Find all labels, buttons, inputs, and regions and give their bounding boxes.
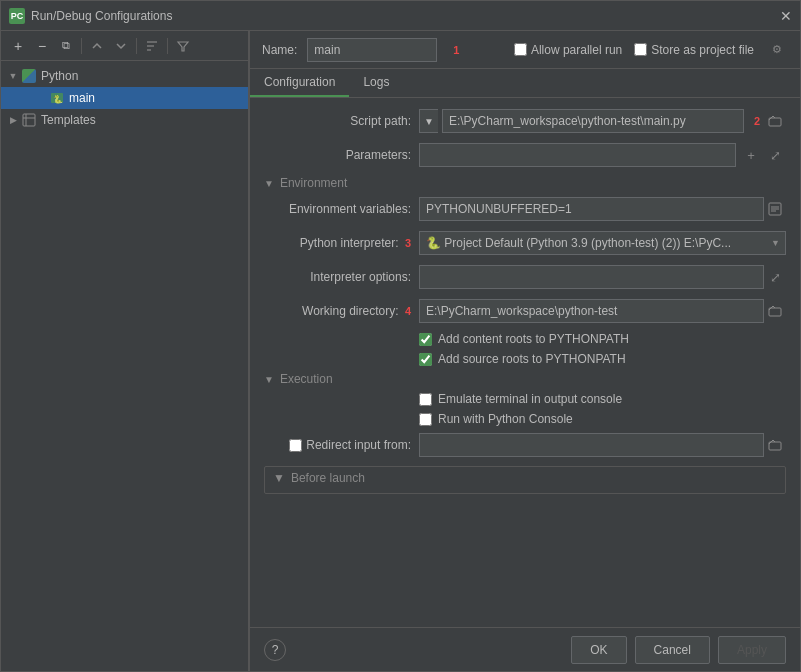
interpreter-label: Python interpreter: 3 — [264, 236, 419, 250]
env-vars-edit-button[interactable] — [764, 198, 786, 220]
move-down-button[interactable] — [110, 35, 132, 57]
python-group-arrow: ▼ — [5, 68, 21, 84]
store-as-project-checkbox[interactable] — [634, 43, 647, 56]
interpreter-options-input[interactable] — [419, 265, 764, 289]
parameters-expand-button[interactable]: ⤢ — [764, 144, 786, 166]
script-path-input[interactable] — [442, 109, 744, 133]
toolbar-separator-2 — [136, 38, 137, 54]
header-options: Allow parallel run Store as project file… — [514, 39, 788, 61]
env-vars-input[interactable] — [419, 197, 764, 221]
redirect-input-browse[interactable] — [764, 434, 786, 456]
script-badge: 2 — [754, 115, 760, 127]
titlebar: PC Run/Debug Configurations ✕ — [1, 1, 800, 31]
working-dir-browse[interactable] — [764, 300, 786, 322]
svg-text:🐍: 🐍 — [53, 94, 63, 104]
execution-arrow[interactable]: ▼ — [264, 374, 274, 385]
add-content-roots-checkbox[interactable] — [419, 333, 432, 346]
toolbar-separator — [81, 38, 82, 54]
window: PC Run/Debug Configurations ✕ + − ⧉ — [0, 0, 801, 672]
script-browse-button[interactable] — [764, 110, 786, 132]
main-item-label: main — [69, 91, 95, 105]
parameters-label: Parameters: — [264, 148, 419, 162]
emulate-terminal-checkbox[interactable] — [419, 393, 432, 406]
svg-rect-9 — [769, 118, 781, 126]
name-input[interactable] — [307, 38, 437, 62]
working-dir-label: Working directory: 4 — [264, 304, 419, 318]
parameters-input[interactable] — [419, 143, 736, 167]
sidebar: + − ⧉ — [1, 31, 249, 671]
add-config-button[interactable]: + — [7, 35, 29, 57]
parameters-row: Parameters: + ⤢ — [264, 142, 786, 168]
interpreter-options-expand[interactable]: ⤢ — [764, 266, 786, 288]
redirect-input-label: Redirect input from: — [264, 438, 419, 452]
before-launch-arrow[interactable]: ▼ — [273, 471, 285, 485]
cancel-button[interactable]: Cancel — [635, 636, 710, 664]
store-as-project-label[interactable]: Store as project file — [634, 43, 754, 57]
parameters-actions: + ⤢ — [740, 144, 786, 166]
ok-button[interactable]: OK — [571, 636, 626, 664]
parameters-add-button[interactable]: + — [740, 144, 762, 166]
titlebar-left: PC Run/Debug Configurations — [9, 8, 172, 24]
add-content-roots-row: Add content roots to PYTHONPATH — [419, 332, 786, 346]
name-label: Name: — [262, 43, 297, 57]
interpreter-options-row: Interpreter options: ⤢ — [264, 264, 786, 290]
tab-configuration[interactable]: Configuration — [250, 69, 349, 97]
allow-parallel-checkbox[interactable] — [514, 43, 527, 56]
sidebar-toolbar: + − ⧉ — [1, 31, 248, 61]
working-dir-badge: 4 — [405, 305, 411, 317]
templates-icon — [21, 112, 37, 128]
add-source-roots-row: Add source roots to PYTHONPATH — [419, 352, 786, 366]
toolbar-separator-3 — [167, 38, 168, 54]
templates-label: Templates — [41, 113, 96, 127]
footer-buttons: OK Cancel Apply — [571, 636, 786, 664]
tree-templates-group[interactable]: ▶ Templates — [1, 109, 248, 131]
remove-config-button[interactable]: − — [31, 35, 53, 57]
working-dir-row: Working directory: 4 — [264, 298, 786, 324]
emulate-terminal-label: Emulate terminal in output console — [438, 392, 622, 406]
env-vars-row: Environment variables: — [264, 196, 786, 222]
templates-arrow: ▶ — [5, 112, 21, 128]
run-with-console-checkbox[interactable] — [419, 413, 432, 426]
interpreter-badge: 3 — [405, 237, 411, 249]
redirect-input-input[interactable] — [419, 433, 764, 457]
window-title: Run/Debug Configurations — [31, 9, 172, 23]
copy-config-button[interactable]: ⧉ — [55, 35, 77, 57]
before-launch-section: ▼ Before launch — [264, 466, 786, 494]
add-source-roots-checkbox[interactable] — [419, 353, 432, 366]
allow-parallel-label[interactable]: Allow parallel run — [514, 43, 622, 57]
config-body: Script path: ▼ 2 Parameters: — [250, 98, 800, 627]
store-gear-button[interactable]: ⚙ — [766, 39, 788, 61]
apply-button[interactable]: Apply — [718, 636, 786, 664]
move-up-button[interactable] — [86, 35, 108, 57]
execution-section-header: ▼ Execution — [264, 372, 786, 386]
script-type-dropdown[interactable]: ▼ — [419, 109, 438, 133]
emulate-terminal-row: Emulate terminal in output console — [419, 392, 786, 406]
name-badge: 1 — [453, 44, 459, 56]
redirect-input-row: Redirect input from: — [264, 432, 786, 458]
help-button[interactable]: ? — [264, 639, 286, 661]
interpreter-options-label: Interpreter options: — [264, 270, 419, 284]
filter-button[interactable] — [172, 35, 194, 57]
main-item-icon: 🐍 — [49, 90, 65, 106]
config-header: Name: 1 Allow parallel run Store as proj… — [250, 31, 800, 69]
footer: ? OK Cancel Apply — [250, 627, 800, 671]
python-group-icon — [21, 68, 37, 84]
script-path-label: Script path: — [264, 114, 419, 128]
working-dir-input[interactable] — [419, 299, 764, 323]
interpreter-select-wrapper: 🐍 Project Default (Python 3.9 (python-te… — [419, 231, 786, 255]
tree-python-group[interactable]: ▼ Python — [1, 65, 248, 87]
python-group-label: Python — [41, 69, 78, 83]
svg-rect-14 — [769, 308, 781, 316]
sidebar-tree: ▼ Python 🐍 main — [1, 61, 248, 671]
close-button[interactable]: ✕ — [780, 8, 792, 24]
interpreter-row: Python interpreter: 3 🐍 Project Default … — [264, 230, 786, 256]
environment-arrow[interactable]: ▼ — [264, 178, 274, 189]
redirect-input-checkbox[interactable] — [289, 439, 302, 452]
tab-logs[interactable]: Logs — [349, 69, 403, 97]
right-panel: Name: 1 Allow parallel run Store as proj… — [250, 31, 800, 671]
interpreter-select[interactable]: 🐍 Project Default (Python 3.9 (python-te… — [419, 231, 786, 255]
sort-button[interactable] — [141, 35, 163, 57]
main-content: + − ⧉ — [1, 31, 800, 671]
tree-main-item[interactable]: 🐍 main — [1, 87, 248, 109]
script-path-row: Script path: ▼ 2 — [264, 108, 786, 134]
